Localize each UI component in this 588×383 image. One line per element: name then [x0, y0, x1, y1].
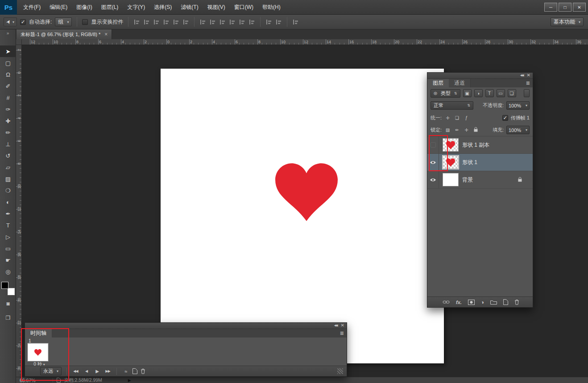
- auto-align-layers-icon[interactable]: [265, 19, 272, 25]
- layer-row-background[interactable]: 背景: [427, 171, 533, 189]
- layer-name[interactable]: 背景: [462, 176, 473, 184]
- opacity-dropdown[interactable]: 100% ▾: [506, 101, 530, 110]
- filter-shape-layers-icon[interactable]: ▭: [497, 89, 505, 97]
- menu-item-help[interactable]: 帮助(H): [258, 0, 285, 15]
- unify-visibility-icon[interactable]: ❏: [454, 115, 460, 120]
- visibility-toggle[interactable]: [427, 171, 439, 189]
- layer-style-icon[interactable]: fx.: [456, 300, 462, 305]
- align-vertical-centers-icon[interactable]: [143, 19, 150, 25]
- filter-smart-objects-icon[interactable]: ❏: [508, 89, 516, 97]
- blur-tool[interactable]: ❍: [0, 185, 16, 196]
- screen-mode-icon[interactable]: ❐: [0, 312, 16, 324]
- distribute-left-edges-icon[interactable]: [229, 19, 236, 25]
- crop-tool[interactable]: #: [0, 92, 16, 103]
- brush-tool[interactable]: ✏: [0, 127, 16, 138]
- distribute-top-edges-icon[interactable]: [199, 19, 206, 25]
- distribute-right-edges-icon[interactable]: [248, 19, 255, 25]
- frame-thumbnail[interactable]: [28, 343, 48, 361]
- play-button[interactable]: ▶: [93, 368, 101, 375]
- first-frame-button[interactable]: ◀◀: [72, 368, 79, 375]
- distribute-vertical-centers-icon[interactable]: [209, 19, 216, 25]
- new-group-icon[interactable]: [490, 300, 497, 305]
- menu-item-window[interactable]: 窗口(W): [230, 0, 258, 15]
- next-frame-button[interactable]: ▶▶: [104, 368, 112, 375]
- tab-channels[interactable]: 通道: [449, 79, 471, 87]
- history-brush-tool[interactable]: ↺: [0, 150, 16, 161]
- align-bottom-edges-icon[interactable]: [153, 19, 160, 25]
- close-button[interactable]: ✕: [573, 3, 586, 12]
- vertical-ruler[interactable]: 202468101214161820222426: [16, 45, 22, 377]
- quick-mask-icon[interactable]: ◙: [0, 298, 16, 309]
- quick-selection-tool[interactable]: ✐: [0, 80, 16, 92]
- align-left-edges-icon[interactable]: [163, 19, 170, 25]
- unify-style-icon[interactable]: ƒ: [463, 115, 470, 120]
- align-right-edges-icon[interactable]: [182, 19, 189, 25]
- previous-frame-button[interactable]: ◀: [83, 368, 90, 375]
- maximize-button[interactable]: □: [559, 3, 571, 12]
- visibility-toggle[interactable]: [427, 154, 439, 171]
- delete-layer-icon[interactable]: [514, 299, 519, 305]
- menu-item-layer[interactable]: 图层(L): [97, 0, 123, 15]
- hand-tool[interactable]: ☛: [0, 254, 16, 266]
- filter-type-layers-icon[interactable]: T: [485, 89, 494, 97]
- lock-transparent-pixels-icon[interactable]: ▨: [444, 128, 451, 132]
- link-layers-icon[interactable]: [443, 300, 450, 304]
- tween-button[interactable]: ≈: [122, 368, 129, 375]
- eyedropper-tool[interactable]: ✑: [0, 103, 16, 115]
- auto-select-checkbox[interactable]: ✓: [20, 19, 26, 25]
- menu-item-file[interactable]: 文件(F): [19, 0, 45, 15]
- zoom-level[interactable]: 66.67%: [20, 378, 36, 383]
- panel-menu-icon[interactable]: ≣: [340, 330, 344, 336]
- filter-toggle-button[interactable]: [524, 89, 530, 97]
- menu-item-type[interactable]: 文字(Y): [123, 0, 149, 15]
- layer-thumbnail[interactable]: [443, 138, 459, 152]
- document-tab[interactable]: 未标题-1 @ 66.7% (形状 1, RGB/8) * ×: [17, 29, 112, 39]
- background-color-swatch[interactable]: [8, 288, 15, 295]
- duplicate-frame-button[interactable]: [133, 368, 137, 374]
- layer-thumbnail[interactable]: [443, 173, 459, 186]
- zoom-tool[interactable]: ◎: [0, 266, 16, 277]
- gradient-tool[interactable]: ▨: [0, 173, 16, 185]
- distribute-horizontal-centers-icon[interactable]: [239, 19, 245, 25]
- lock-image-pixels-icon[interactable]: ✏: [454, 128, 460, 132]
- horizontal-ruler[interactable]: 1210864202468101214161820222426283032343…: [22, 39, 588, 45]
- minimize-button[interactable]: ─: [544, 3, 557, 12]
- rectangle-shape-tool[interactable]: ▭: [0, 243, 16, 254]
- close-panel-icon[interactable]: ✕: [341, 324, 344, 327]
- canvas-document[interactable]: [161, 69, 444, 363]
- close-panel-icon[interactable]: ✕: [527, 74, 530, 77]
- layer-name[interactable]: 形状 1: [462, 159, 477, 166]
- auto-align-layers-icon[interactable]: [275, 19, 282, 25]
- collapse-panel-icon[interactable]: ◀◀: [520, 74, 523, 77]
- new-layer-icon[interactable]: [503, 299, 508, 305]
- panel-menu-icon[interactable]: ≣: [526, 80, 530, 86]
- 3d-mode-icon[interactable]: [292, 19, 299, 25]
- layer-mask-icon[interactable]: [468, 300, 475, 305]
- adjustment-layer-icon[interactable]: ◑: [481, 299, 484, 305]
- resize-grip[interactable]: [337, 368, 343, 374]
- spot-healing-brush-tool[interactable]: ✚: [0, 115, 16, 127]
- dodge-tool[interactable]: ◐: [0, 196, 16, 208]
- status-popup-arrow-icon[interactable]: ▶: [128, 378, 131, 383]
- eraser-tool[interactable]: ▱: [0, 161, 16, 173]
- align-top-edges-icon[interactable]: [133, 19, 140, 25]
- layer-row-shape1-copy[interactable]: 形状 1 副本: [427, 136, 533, 154]
- rectangular-marquee-tool[interactable]: ▢: [0, 57, 16, 69]
- collapse-panel-icon[interactable]: ◀◀: [334, 324, 337, 327]
- foreground-color-swatch[interactable]: [1, 282, 8, 289]
- menu-item-filter[interactable]: 滤镜(T): [176, 0, 203, 15]
- align-horizontal-centers-icon[interactable]: [173, 19, 179, 25]
- move-tool[interactable]: ➤: [0, 45, 16, 57]
- visibility-toggle[interactable]: [427, 136, 439, 154]
- lock-all-icon[interactable]: [472, 127, 479, 133]
- lock-position-icon[interactable]: ✛: [463, 128, 470, 132]
- propagate-frame-checkbox[interactable]: ✓: [502, 115, 508, 121]
- current-tool-preset[interactable]: ➤ ▾: [4, 17, 17, 26]
- clone-stamp-tool[interactable]: ⊥: [0, 138, 16, 150]
- fill-dropdown[interactable]: 100% ▾: [506, 126, 530, 134]
- layer-name[interactable]: 形状 1 副本: [462, 141, 489, 149]
- loop-count-dropdown[interactable]: 永远 ▾: [40, 367, 62, 375]
- tab-layers[interactable]: 图层: [427, 79, 449, 87]
- layer-thumbnail[interactable]: [443, 156, 459, 169]
- filter-adjustment-layers-icon[interactable]: ◑: [474, 89, 483, 97]
